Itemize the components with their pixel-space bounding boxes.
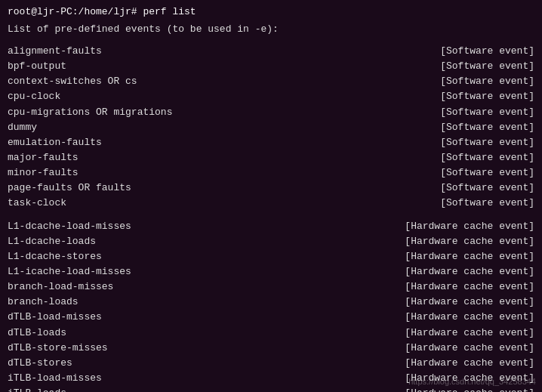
event-name: task-clock bbox=[8, 196, 219, 211]
watermark: https://blog.csdn.net/qq_34258344 bbox=[408, 377, 536, 386]
event-type: [Software event] bbox=[440, 165, 534, 181]
event-type: [Hardware cache event] bbox=[405, 356, 534, 371]
software-event-row: cpu-clock[Software event] bbox=[8, 89, 534, 104]
event-name: dTLB-loads bbox=[8, 326, 219, 341]
software-event-row: dummy[Software event] bbox=[8, 120, 534, 135]
software-event-row: cpu-migrations OR migrations[Software ev… bbox=[8, 105, 534, 120]
prompt-line: root@ljr-PC:/home/ljr# perf list bbox=[8, 6, 534, 17]
software-event-row: emulation-faults[Software event] bbox=[8, 135, 534, 150]
event-type: [Software event] bbox=[440, 150, 534, 165]
event-name: L1-icache-load-misses bbox=[8, 264, 219, 279]
event-name: L1-dcache-loads bbox=[8, 234, 219, 249]
event-name: branch-loads bbox=[8, 295, 219, 310]
software-event-row: page-faults OR faults[Software event] bbox=[8, 181, 534, 196]
event-name: L1-dcache-load-misses bbox=[8, 219, 219, 234]
event-name: alignment-faults bbox=[8, 44, 219, 59]
event-type: [Software event] bbox=[440, 59, 534, 74]
event-type: [Hardware cache event] bbox=[405, 326, 534, 341]
prompt-user: root@ljr-PC:/home/ljr# perf list bbox=[8, 6, 196, 17]
event-type: [Software event] bbox=[440, 196, 534, 211]
event-type: [Software event] bbox=[440, 181, 534, 196]
event-name: L1-dcache-stores bbox=[8, 249, 219, 264]
event-name: branch-load-misses bbox=[8, 279, 219, 295]
software-event-row: alignment-faults[Software event] bbox=[8, 44, 534, 59]
event-name: bpf-output bbox=[8, 59, 219, 74]
event-type: [Software event] bbox=[440, 120, 534, 135]
event-name: cpu-clock bbox=[8, 89, 219, 104]
event-name: iTLB-loads bbox=[8, 386, 219, 392]
event-type: [Hardware cache event] bbox=[405, 341, 534, 356]
event-type: [Software event] bbox=[440, 74, 534, 89]
event-name: dTLB-load-misses bbox=[8, 310, 219, 325]
event-type: [Hardware cache event] bbox=[405, 249, 534, 264]
event-type: [Software event] bbox=[440, 105, 534, 120]
software-events-section: alignment-faults[Software event] bpf-out… bbox=[8, 44, 534, 211]
hardware-cache-event-row: dTLB-stores[Hardware cache event] bbox=[8, 356, 534, 371]
event-name: dTLB-stores bbox=[8, 356, 219, 371]
event-type: [Hardware cache event] bbox=[405, 310, 534, 325]
event-type: [Hardware cache event] bbox=[405, 295, 534, 310]
event-name: context-switches OR cs bbox=[8, 74, 219, 89]
software-event-row: context-switches OR cs[Software event] bbox=[8, 74, 534, 89]
event-name: iTLB-load-misses bbox=[8, 371, 219, 386]
hardware-cache-event-row: L1-dcache-load-misses[Hardware cache eve… bbox=[8, 219, 534, 234]
event-name: dTLB-store-misses bbox=[8, 341, 219, 356]
event-name: major-faults bbox=[8, 150, 219, 165]
hardware-cache-event-row: L1-dcache-stores[Hardware cache event] bbox=[8, 249, 534, 264]
software-event-row: major-faults[Software event] bbox=[8, 150, 534, 165]
event-type: [Hardware cache event] bbox=[405, 386, 534, 392]
hardware-cache-event-row: branch-load-misses[Hardware cache event] bbox=[8, 279, 534, 295]
hardware-cache-event-row: branch-loads[Hardware cache event] bbox=[8, 295, 534, 310]
event-name: emulation-faults bbox=[8, 135, 219, 150]
event-type: [Hardware cache event] bbox=[405, 264, 534, 279]
hardware-cache-event-row: dTLB-store-misses[Hardware cache event] bbox=[8, 341, 534, 356]
event-type: [Software event] bbox=[440, 44, 534, 59]
description-line: List of pre-defined events (to be used i… bbox=[8, 23, 534, 35]
hardware-cache-event-row: dTLB-loads[Hardware cache event] bbox=[8, 326, 534, 341]
event-type: [Hardware cache event] bbox=[405, 279, 534, 295]
event-name: minor-faults bbox=[8, 165, 219, 181]
software-event-row: task-clock[Software event] bbox=[8, 196, 534, 211]
event-type: [Hardware cache event] bbox=[405, 219, 534, 234]
hardware-cache-event-row: iTLB-loads[Hardware cache event] bbox=[8, 386, 534, 392]
event-name: page-faults OR faults bbox=[8, 181, 219, 196]
hardware-cache-events-section: L1-dcache-load-misses[Hardware cache eve… bbox=[8, 219, 534, 392]
hardware-cache-event-row: dTLB-load-misses[Hardware cache event] bbox=[8, 310, 534, 325]
software-event-row: minor-faults[Software event] bbox=[8, 165, 534, 181]
hardware-cache-event-row: L1-icache-load-misses[Hardware cache eve… bbox=[8, 264, 534, 279]
terminal-window: root@ljr-PC:/home/ljr# perf list List of… bbox=[0, 0, 542, 392]
software-event-row: bpf-output[Software event] bbox=[8, 59, 534, 74]
event-name: cpu-migrations OR migrations bbox=[8, 105, 219, 120]
event-type: [Hardware cache event] bbox=[405, 234, 534, 249]
hardware-cache-event-row: L1-dcache-loads[Hardware cache event] bbox=[8, 234, 534, 249]
event-type: [Software event] bbox=[440, 135, 534, 150]
event-type: [Software event] bbox=[440, 89, 534, 104]
event-name: dummy bbox=[8, 120, 219, 135]
